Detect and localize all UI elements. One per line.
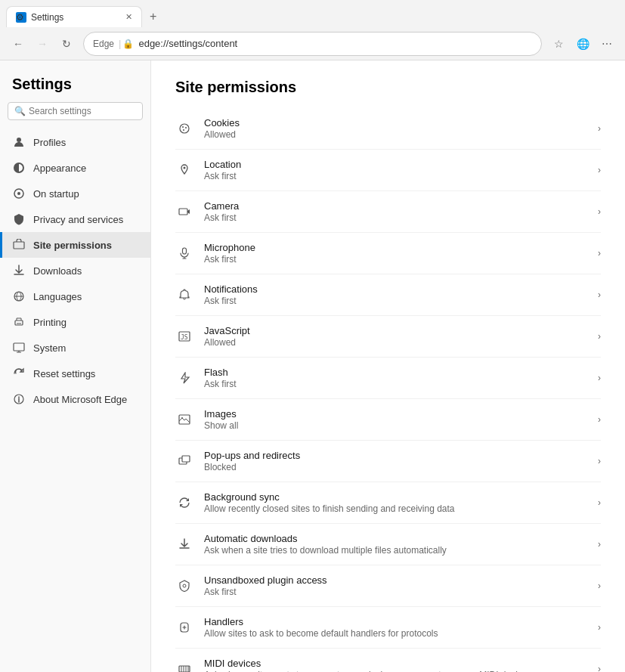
- sidebar-item-site-permissions-label: Site permissions: [33, 240, 112, 251]
- flash-text: Flash Ask first: [204, 367, 598, 389]
- address-bar[interactable]: Edge | 🔒 edge://settings/content: [83, 32, 542, 56]
- location-text: Location Ask first: [204, 159, 598, 181]
- search-input[interactable]: [29, 106, 142, 116]
- permission-images[interactable]: Images Show all ›: [175, 399, 601, 441]
- sidebar-item-system-label: System: [33, 342, 66, 354]
- address-url: edge://settings/content: [138, 38, 532, 49]
- printing-icon: [12, 315, 26, 329]
- search-box[interactable]: 🔍: [8, 102, 143, 120]
- sidebar-item-about-label: About Microsoft Edge: [33, 394, 127, 405]
- about-icon: [12, 392, 26, 406]
- svg-rect-3: [14, 242, 24, 249]
- svg-point-2: [17, 192, 20, 195]
- svg-point-21: [183, 584, 186, 587]
- unsandboxed-chevron: ›: [598, 581, 601, 591]
- permission-flash[interactable]: Flash Ask first ›: [175, 358, 601, 399]
- svg-point-10: [185, 127, 187, 129]
- address-lock-icon: 🔒: [122, 39, 134, 49]
- downloads-icon: [12, 264, 26, 277]
- svg-point-12: [184, 167, 186, 169]
- privacy-icon: [12, 212, 26, 226]
- flash-chevron: ›: [598, 373, 601, 383]
- auto-downloads-text: Automatic downloads Ask when a site trie…: [204, 533, 598, 556]
- appearance-icon: [12, 161, 26, 175]
- permission-notifications[interactable]: Notifications Ask first ›: [175, 274, 601, 316]
- popups-text: Pop-ups and redirects Blocked: [204, 450, 598, 472]
- javascript-name: JavaScript: [204, 325, 598, 336]
- notifications-desc: Ask first: [204, 296, 598, 306]
- sidebar-item-about[interactable]: About Microsoft Edge: [0, 386, 150, 412]
- tab-favicon: ⚙: [16, 12, 26, 23]
- sidebar-item-site-permissions[interactable]: Site permissions: [0, 232, 150, 258]
- javascript-desc: Allowed: [204, 337, 598, 348]
- sidebar-item-profiles[interactable]: Profiles: [0, 129, 150, 155]
- camera-chevron: ›: [598, 206, 601, 217]
- popups-desc: Blocked: [204, 462, 598, 472]
- permission-camera[interactable]: Camera Ask first ›: [175, 191, 601, 233]
- camera-name: Camera: [204, 200, 598, 212]
- sidebar-item-on-startup[interactable]: On startup: [0, 181, 150, 206]
- permission-background-sync[interactable]: Background sync Allow recently closed si…: [175, 482, 601, 524]
- page-title: Site permissions: [175, 79, 601, 96]
- sidebar: Settings 🔍 Profiles Appearance On startu…: [0, 60, 151, 672]
- sidebar-item-downloads[interactable]: Downloads: [0, 258, 150, 283]
- location-name: Location: [204, 159, 598, 170]
- languages-icon: [12, 290, 26, 303]
- sidebar-item-appearance-label: Appearance: [33, 163, 86, 174]
- edge-label: Edge: [93, 39, 114, 49]
- sidebar-item-reset[interactable]: Reset settings: [0, 361, 150, 386]
- auto-downloads-desc: Ask when a site tries to download multip…: [204, 545, 598, 556]
- microphone-name: Microphone: [204, 242, 598, 253]
- back-button[interactable]: ←: [6, 32, 30, 56]
- handlers-name: Handlers: [204, 616, 598, 627]
- permission-location[interactable]: Location Ask first ›: [175, 150, 601, 191]
- permission-javascript[interactable]: JS JavaScript Allowed ›: [175, 316, 601, 358]
- forward-button[interactable]: →: [30, 32, 54, 56]
- permission-popups[interactable]: Pop-ups and redirects Blocked ›: [175, 441, 601, 482]
- sidebar-item-languages[interactable]: Languages: [0, 283, 150, 309]
- camera-desc: Ask first: [204, 212, 598, 223]
- permission-microphone[interactable]: Microphone Ask first ›: [175, 233, 601, 274]
- svg-point-11: [183, 129, 184, 131]
- permission-midi[interactable]: MIDI devices Ask when a site wants to us…: [175, 649, 601, 672]
- svg-point-18: [181, 417, 183, 419]
- svg-rect-6: [14, 343, 24, 351]
- profile-button[interactable]: 🌐: [571, 32, 595, 56]
- favorites-button[interactable]: ☆: [546, 32, 571, 56]
- sidebar-item-appearance[interactable]: Appearance: [0, 155, 150, 181]
- permission-handlers[interactable]: Handlers Allow sites to ask to become de…: [175, 607, 601, 649]
- new-tab-button[interactable]: +: [145, 8, 161, 25]
- startup-icon: [12, 187, 26, 200]
- refresh-button[interactable]: ↻: [54, 32, 79, 56]
- tab-bar: ⚙ Settings ✕ +: [0, 0, 625, 27]
- sidebar-item-startup-label: On startup: [33, 188, 79, 200]
- javascript-text: JavaScript Allowed: [204, 325, 598, 348]
- sidebar-item-privacy[interactable]: Privacy and services: [0, 206, 150, 232]
- site-permissions-icon: [12, 238, 26, 252]
- popups-icon: [175, 452, 193, 470]
- auto-downloads-name: Automatic downloads: [204, 533, 598, 544]
- sidebar-item-system[interactable]: System: [0, 335, 150, 361]
- cookies-text: Cookies Allowed: [204, 117, 598, 140]
- notifications-icon: [175, 286, 193, 304]
- sidebar-item-printing[interactable]: Printing: [0, 309, 150, 335]
- background-sync-desc: Allow recently closed sites to finish se…: [204, 503, 598, 514]
- images-chevron: ›: [598, 414, 601, 425]
- svg-rect-20: [182, 456, 190, 462]
- tab-close-button[interactable]: ✕: [125, 12, 132, 22]
- unsandboxed-desc: Ask first: [204, 587, 598, 597]
- sidebar-item-privacy-label: Privacy and services: [33, 214, 123, 225]
- javascript-chevron: ›: [598, 331, 601, 342]
- javascript-icon: JS: [175, 327, 193, 345]
- permission-unsandboxed[interactable]: Unsandboxed plugin access Ask first ›: [175, 565, 601, 607]
- main-content: Site permissions Cookies Allowed › Locat…: [151, 60, 625, 672]
- more-button[interactable]: ⋯: [595, 32, 619, 56]
- background-sync-chevron: ›: [598, 497, 601, 508]
- permission-auto-downloads[interactable]: Automatic downloads Ask when a site trie…: [175, 524, 601, 565]
- microphone-text: Microphone Ask first: [204, 242, 598, 265]
- permission-cookies[interactable]: Cookies Allowed ›: [175, 108, 601, 150]
- address-separator: |: [119, 38, 121, 49]
- svg-rect-13: [179, 209, 187, 215]
- settings-title: Settings: [0, 70, 150, 102]
- active-tab[interactable]: ⚙ Settings ✕: [6, 6, 142, 27]
